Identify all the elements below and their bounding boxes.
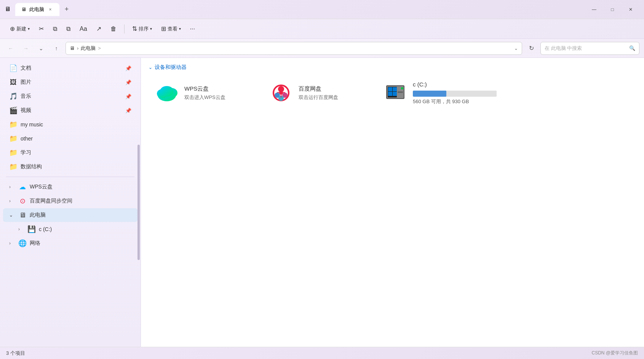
c-drive-space: 560 GB 可用，共 930 GB	[413, 98, 497, 105]
pictures-icon: 🖼	[9, 78, 18, 86]
sidebar-scrollbar[interactable]	[137, 58, 140, 347]
sidebar-item-data-structure[interactable]: 📁 数据结构	[3, 160, 137, 174]
history-icon: ⌄	[39, 45, 43, 51]
wps-cloud-expand-icon: ›	[9, 184, 15, 190]
new-icon: ⊕	[10, 25, 15, 32]
delete-button[interactable]: 🗑	[107, 23, 120, 35]
svg-rect-18	[388, 92, 392, 96]
address-dropdown-icon[interactable]: ⌄	[514, 46, 518, 51]
view-button[interactable]: ⊞ 查看 ▾	[157, 23, 185, 35]
sidebar-item-data-structure-label: 数据结构	[21, 163, 42, 170]
c-drive-bar-container	[413, 91, 497, 97]
sidebar-item-other-label: other	[21, 136, 33, 142]
paste-button[interactable]: ⧉	[62, 23, 74, 35]
new-button[interactable]: ⊕ 新建 ▾	[6, 23, 34, 35]
devices-section-label: 设备和驱动器	[155, 64, 187, 71]
copy-button[interactable]: ⧉	[49, 23, 61, 35]
sidebar-item-my-music[interactable]: 📁 my music	[3, 118, 137, 131]
devices-section-header[interactable]: ⌄ 设备和驱动器	[149, 64, 636, 71]
history-button[interactable]: ⌄	[35, 42, 47, 54]
sidebar-item-baidu-sync[interactable]: › ⊙ 百度网盘同步空间	[3, 194, 137, 208]
sidebar-item-other[interactable]: 📁 other	[3, 132, 137, 145]
wps-cloud-drive-icon	[155, 81, 179, 105]
svg-point-20	[401, 87, 403, 89]
wps-cloud-drive-name: WPS云盘	[184, 85, 225, 93]
tab-this-pc[interactable]: 🖥 此电脑 ×	[15, 3, 59, 16]
baidu-pan-drive-name: 百度网盘	[299, 85, 338, 93]
sidebar-item-videos-label: 视频	[21, 107, 31, 114]
close-button[interactable]: ✕	[622, 3, 639, 16]
my-music-folder-icon: 📁	[9, 120, 18, 129]
sidebar-item-documents[interactable]: 📄 文档 📌	[3, 61, 137, 75]
svg-rect-21	[398, 91, 403, 93]
maximize-button[interactable]: □	[604, 3, 621, 16]
sort-button[interactable]: ⇅ 排序 ▾	[128, 23, 156, 35]
wps-cloud-drive-item[interactable]: WPS云盘 双击进入WPS云盘	[149, 77, 255, 109]
address-box[interactable]: 🖥 › 此电脑 > ⌄	[66, 42, 522, 55]
window-controls: — □ ✕	[585, 3, 639, 16]
svg-point-3	[160, 86, 174, 97]
wps-cloud-drive-desc: 双击进入WPS云盘	[184, 94, 225, 101]
other-folder-icon: 📁	[9, 134, 18, 143]
this-pc-icon: 🖥	[18, 211, 27, 219]
refresh-button[interactable]: ↻	[525, 42, 537, 54]
forward-button[interactable]: →	[20, 42, 32, 54]
share-button[interactable]: ↗	[93, 23, 105, 35]
c-drive-item-icon	[383, 81, 407, 105]
sidebar-item-this-pc[interactable]: ⌄ 🖥 此电脑	[3, 208, 137, 222]
baidu-sync-icon: ⊙	[18, 197, 27, 205]
cut-button[interactable]: ✂	[35, 23, 48, 35]
up-icon: ↑	[55, 45, 58, 51]
sidebar-item-videos[interactable]: 🎬 视频 📌	[3, 104, 137, 117]
tab-close-button[interactable]: ×	[47, 6, 53, 13]
sidebar-item-wps-cloud[interactable]: › ☁ WPS云盘	[3, 180, 137, 194]
search-icon: 🔍	[629, 45, 635, 51]
back-button[interactable]: ←	[5, 42, 17, 54]
baidu-pan-drive-info: 百度网盘 双击运行百度网盘	[299, 85, 338, 101]
c-drive-bar-fill	[413, 91, 446, 97]
data-structure-folder-icon: 📁	[9, 163, 18, 171]
toolbar: ⊕ 新建 ▾ ✂ ⧉ ⧉ Aa ↗ 🗑 ⇅ 排序 ▾ ⊞ 查看 ▾ ···	[0, 19, 644, 39]
sidebar-item-network-label: 网络	[30, 240, 40, 247]
svg-rect-19	[393, 92, 397, 96]
c-drive-item[interactable]: c (C:) 560 GB 可用，共 930 GB	[377, 77, 503, 109]
address-breadcrumb: 此电脑	[81, 45, 96, 52]
sidebar-item-pictures[interactable]: 🖼 图片 📌	[3, 75, 137, 89]
sidebar-item-study[interactable]: 📁 学习	[3, 146, 137, 160]
address-breadcrumb-sep: >	[98, 45, 101, 51]
c-drive-name: c (C:)	[413, 81, 497, 88]
back-icon: ←	[8, 45, 13, 51]
sidebar: 📄 文档 📌 🖼 图片 📌 🎵 音乐 📌 🎬 视频 📌 📁 my music 📁…	[0, 58, 141, 347]
forward-icon: →	[23, 45, 29, 51]
svg-line-10	[277, 92, 281, 93]
share-icon: ↗	[96, 25, 101, 32]
baidu-pan-drive-item[interactable]: 百度网盘 双击运行百度网盘	[263, 77, 369, 109]
more-icon: ···	[190, 26, 195, 32]
network-icon: 🌐	[18, 239, 27, 247]
new-tab-button[interactable]: +	[61, 4, 72, 15]
content-area: ⌄ 设备和驱动器	[141, 58, 644, 347]
sidebar-item-music[interactable]: 🎵 音乐 📌	[3, 89, 137, 103]
sidebar-item-network[interactable]: › 🌐 网络	[3, 236, 137, 250]
sidebar-item-my-music-label: my music	[21, 121, 43, 128]
address-separator: ›	[77, 45, 78, 51]
this-pc-expand-icon: ⌄	[9, 212, 15, 218]
more-button[interactable]: ···	[186, 23, 199, 35]
sidebar-scrollbar-thumb[interactable]	[137, 145, 140, 260]
sort-icon: ⇅	[132, 25, 137, 32]
rename-button[interactable]: Aa	[76, 23, 91, 35]
sidebar-item-documents-label: 文档	[21, 65, 31, 72]
sidebar-item-wps-cloud-label: WPS云盘	[30, 183, 53, 190]
videos-icon: 🎬	[9, 106, 18, 115]
pin-documents-icon: 📌	[125, 65, 131, 71]
minimize-button[interactable]: —	[585, 3, 603, 16]
sort-dropdown-icon: ▾	[150, 27, 152, 31]
up-button[interactable]: ↑	[50, 42, 62, 54]
search-box[interactable]: 在 此电脑 中搜索 🔍	[540, 42, 639, 55]
sidebar-item-music-label: 音乐	[21, 93, 31, 100]
sidebar-item-c-drive[interactable]: › 💾 c (C:)	[3, 222, 137, 236]
svg-rect-16	[388, 87, 392, 91]
titlebar-app-icon: 🖥	[5, 6, 12, 13]
address-pc-icon: 🖥	[70, 45, 75, 51]
sidebar-item-study-label: 学习	[21, 149, 31, 156]
